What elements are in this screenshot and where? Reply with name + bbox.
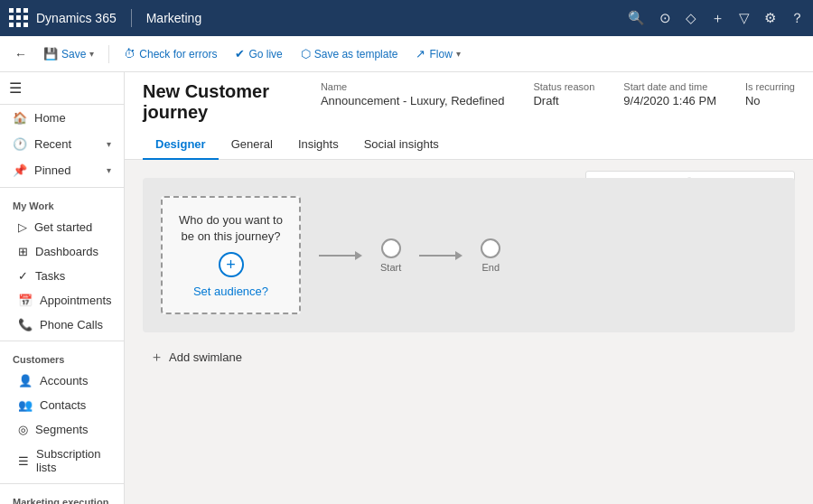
check-errors-icon: ⏱ [124,47,136,61]
meta-recurring: Is recurring No [745,81,795,107]
flow-connector-2 [419,251,463,260]
sidebar-divider-1 [0,187,124,188]
arrow-1 [319,251,362,260]
start-node-label: Start [380,262,401,273]
save-dropdown-arrow[interactable]: ▾ [89,49,94,59]
audience-prompt: Who do you want to be on this journey? [177,212,285,245]
phone-icon: 📞 [18,318,33,331]
sidebar-item-pinned[interactable]: 📌 Pinned ▾ [0,157,124,183]
get-started-icon: ▷ [18,220,27,234]
designer-canvas[interactable]: ↩ ↪ ✏ ⊡ 🔍 100% ⊕ ⛶ Who do you want to be… [125,160,813,504]
checklist-icon[interactable]: ⊙ [659,10,671,26]
sidebar-item-home[interactable]: 🏠 Home [0,105,124,131]
flow-icon: ↗ [416,47,425,61]
add-audience-button[interactable]: + [219,252,244,277]
tab-designer[interactable]: Designer [143,130,219,160]
page-title: New Customer journey [143,81,321,123]
go-live-icon: ✔ [235,47,245,61]
sidebar-item-accounts[interactable]: 👤 Accounts [0,369,124,393]
dashboards-icon: ⊞ [18,245,28,258]
sidebar-item-tasks[interactable]: ✓ Tasks [0,264,124,288]
tab-general[interactable]: General [219,130,285,160]
hamburger-icon[interactable]: ☰ [9,79,22,97]
segments-icon: ◎ [18,423,28,436]
sidebar-item-segments[interactable]: ◎ Segments [0,417,124,442]
module-name: Marketing [146,11,201,25]
sidebar-item-contacts[interactable]: 👥 Contacts [0,393,124,417]
flow-connector-1 [319,251,362,260]
brand-name: Dynamics 365 [36,11,117,25]
arrow-stem-1 [319,255,355,257]
meta-status: Status reason Draft [533,81,594,107]
page-header-top: New Customer journey Name Announcement -… [143,81,795,123]
add-swimlane-button[interactable]: ＋ Add swimlane [143,345,249,369]
help-icon[interactable]: ？ [790,10,804,27]
pinned-icon: 📌 [13,163,27,177]
content-area: New Customer journey Name Announcement -… [125,72,813,504]
meta-datetime: Start date and time 9/4/2020 1:46 PM [623,81,716,107]
location-icon[interactable]: ◇ [686,10,696,26]
page-header: New Customer journey Name Announcement -… [125,72,813,160]
action-toolbar: ← 💾 Save ▾ ⏱ Check for errors ✔ Go live … [0,36,813,72]
end-node-circle[interactable] [481,238,500,258]
section-marketing-execution: Marketing execution [0,488,124,504]
recent-expand-icon[interactable]: ▾ [107,139,111,149]
sidebar-divider-2 [0,341,124,341]
top-nav-bar: Dynamics 365 Marketing 🔍 ⊙ ◇ ＋ ▽ ⚙ ？ [0,0,813,36]
settings-icon[interactable]: ⚙ [764,10,776,26]
flow-dropdown-arrow[interactable]: ▾ [456,49,461,59]
filter-icon[interactable]: ▽ [739,10,750,26]
check-errors-button[interactable]: ⏱ Check for errors [117,43,224,64]
save-icon: 💾 [43,47,58,61]
sidebar-header: ☰ [0,72,124,105]
tab-social-insights[interactable]: Social insights [351,130,452,160]
start-node: Start [380,238,401,273]
tab-insights[interactable]: Insights [285,130,351,160]
end-node: End [481,238,500,273]
recent-icon: 🕐 [13,137,27,151]
section-my-work: My Work [0,191,124,215]
home-icon: 🏠 [13,111,27,125]
sidebar-item-get-started[interactable]: ▷ Get started [0,215,124,239]
appointments-icon: 📅 [18,294,33,307]
subscription-icon: ☰ [18,454,29,468]
add-icon[interactable]: ＋ [711,10,724,27]
start-node-circle[interactable] [381,238,401,258]
sidebar-item-subscription-lists[interactable]: ☰ Subscription lists [0,442,124,480]
end-node-label: End [481,262,500,273]
sidebar-item-appointments[interactable]: 📅 Appointments [0,288,124,313]
arrow-head-1 [355,251,362,260]
toolbar-sep-1 [108,45,109,63]
sidebar-item-dashboards[interactable]: ⊞ Dashboards [0,239,124,264]
sidebar: ☰ 🏠 Home 🕐 Recent ▾ 📌 Pinned ▾ My Work ▷… [0,72,125,504]
arrow-2 [419,251,463,260]
meta-name: Name Announcement - Luxury, Redefined [321,81,505,107]
set-audience-link[interactable]: Set audience? [193,285,268,298]
nav-icons-area: 🔍 ⊙ ◇ ＋ ▽ ⚙ ？ [628,10,804,27]
tasks-icon: ✓ [18,269,28,283]
page-meta: Name Announcement - Luxury, Redefined St… [321,81,795,107]
tab-bar: Designer General Insights Social insight… [143,130,795,159]
brand-divider [131,9,132,27]
contacts-icon: 👥 [18,398,33,412]
swimlane: Who do you want to be on this journey? +… [143,178,795,332]
sidebar-item-phone-calls[interactable]: 📞 Phone Calls [0,313,124,337]
save-template-icon: ⬡ [301,47,311,61]
sidebar-item-recent[interactable]: 🕐 Recent ▾ [0,131,124,157]
flow-button[interactable]: ↗ Flow ▾ [408,43,467,64]
pinned-expand-icon[interactable]: ▾ [107,165,111,175]
save-button[interactable]: 💾 Save ▾ [36,43,101,64]
arrow-head-2 [455,251,463,260]
go-live-button[interactable]: ✔ Go live [228,43,289,64]
back-button[interactable]: ← [9,43,33,65]
arrow-stem-2 [419,255,455,257]
brand-area: Dynamics 365 Marketing [9,8,201,28]
app-grid-icon[interactable] [9,8,29,28]
main-layout: ☰ 🏠 Home 🕐 Recent ▾ 📌 Pinned ▾ My Work ▷… [0,72,813,504]
sidebar-divider-3 [0,483,124,484]
accounts-icon: 👤 [18,374,33,387]
save-template-button[interactable]: ⬡ Save as template [294,43,406,64]
add-swimlane-plus-icon: ＋ [150,349,164,366]
search-icon[interactable]: 🔍 [628,10,645,26]
audience-box[interactable]: Who do you want to be on this journey? +… [161,196,301,314]
